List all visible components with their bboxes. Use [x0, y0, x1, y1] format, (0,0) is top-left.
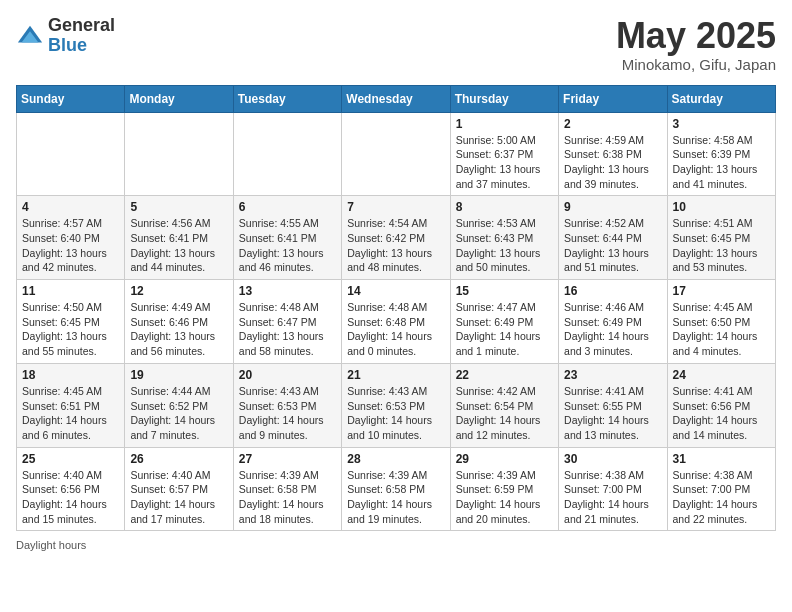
- day-number: 19: [130, 368, 227, 382]
- title-block: May 2025 Minokamo, Gifu, Japan: [616, 16, 776, 73]
- calendar-cell: 4Sunrise: 4:57 AM Sunset: 6:40 PM Daylig…: [17, 196, 125, 280]
- calendar-cell: 28Sunrise: 4:39 AM Sunset: 6:58 PM Dayli…: [342, 447, 450, 531]
- day-info: Sunrise: 4:41 AM Sunset: 6:55 PM Dayligh…: [564, 384, 661, 443]
- calendar-cell: 12Sunrise: 4:49 AM Sunset: 6:46 PM Dayli…: [125, 280, 233, 364]
- day-number: 10: [673, 200, 770, 214]
- calendar-day-header: Monday: [125, 85, 233, 112]
- day-info: Sunrise: 5:00 AM Sunset: 6:37 PM Dayligh…: [456, 133, 553, 192]
- day-number: 12: [130, 284, 227, 298]
- day-info: Sunrise: 4:45 AM Sunset: 6:50 PM Dayligh…: [673, 300, 770, 359]
- day-info: Sunrise: 4:48 AM Sunset: 6:47 PM Dayligh…: [239, 300, 336, 359]
- calendar-cell: [17, 112, 125, 196]
- day-info: Sunrise: 4:55 AM Sunset: 6:41 PM Dayligh…: [239, 216, 336, 275]
- day-info: Sunrise: 4:54 AM Sunset: 6:42 PM Dayligh…: [347, 216, 444, 275]
- day-info: Sunrise: 4:46 AM Sunset: 6:49 PM Dayligh…: [564, 300, 661, 359]
- day-number: 1: [456, 117, 553, 131]
- day-info: Sunrise: 4:59 AM Sunset: 6:38 PM Dayligh…: [564, 133, 661, 192]
- day-number: 29: [456, 452, 553, 466]
- calendar-cell: 17Sunrise: 4:45 AM Sunset: 6:50 PM Dayli…: [667, 280, 775, 364]
- calendar-cell: 9Sunrise: 4:52 AM Sunset: 6:44 PM Daylig…: [559, 196, 667, 280]
- footer: Daylight hours: [16, 539, 776, 551]
- day-info: Sunrise: 4:51 AM Sunset: 6:45 PM Dayligh…: [673, 216, 770, 275]
- day-info: Sunrise: 4:50 AM Sunset: 6:45 PM Dayligh…: [22, 300, 119, 359]
- calendar-cell: 14Sunrise: 4:48 AM Sunset: 6:48 PM Dayli…: [342, 280, 450, 364]
- calendar-cell: 21Sunrise: 4:43 AM Sunset: 6:53 PM Dayli…: [342, 363, 450, 447]
- calendar-table: SundayMondayTuesdayWednesdayThursdayFrid…: [16, 85, 776, 532]
- calendar-day-header: Friday: [559, 85, 667, 112]
- day-info: Sunrise: 4:38 AM Sunset: 7:00 PM Dayligh…: [564, 468, 661, 527]
- calendar-cell: 23Sunrise: 4:41 AM Sunset: 6:55 PM Dayli…: [559, 363, 667, 447]
- calendar-cell: 13Sunrise: 4:48 AM Sunset: 6:47 PM Dayli…: [233, 280, 341, 364]
- day-number: 21: [347, 368, 444, 382]
- day-info: Sunrise: 4:52 AM Sunset: 6:44 PM Dayligh…: [564, 216, 661, 275]
- day-number: 28: [347, 452, 444, 466]
- day-number: 14: [347, 284, 444, 298]
- day-number: 8: [456, 200, 553, 214]
- calendar-cell: 10Sunrise: 4:51 AM Sunset: 6:45 PM Dayli…: [667, 196, 775, 280]
- location-title: Minokamo, Gifu, Japan: [616, 56, 776, 73]
- day-number: 22: [456, 368, 553, 382]
- day-info: Sunrise: 4:41 AM Sunset: 6:56 PM Dayligh…: [673, 384, 770, 443]
- month-title: May 2025: [616, 16, 776, 56]
- day-number: 24: [673, 368, 770, 382]
- calendar-cell: 31Sunrise: 4:38 AM Sunset: 7:00 PM Dayli…: [667, 447, 775, 531]
- logo: General Blue: [16, 16, 115, 56]
- day-info: Sunrise: 4:40 AM Sunset: 6:56 PM Dayligh…: [22, 468, 119, 527]
- calendar-day-header: Tuesday: [233, 85, 341, 112]
- page-header: General Blue May 2025 Minokamo, Gifu, Ja…: [16, 16, 776, 73]
- calendar-cell: 1Sunrise: 5:00 AM Sunset: 6:37 PM Daylig…: [450, 112, 558, 196]
- calendar-cell: 18Sunrise: 4:45 AM Sunset: 6:51 PM Dayli…: [17, 363, 125, 447]
- day-info: Sunrise: 4:47 AM Sunset: 6:49 PM Dayligh…: [456, 300, 553, 359]
- day-number: 2: [564, 117, 661, 131]
- calendar-cell: 5Sunrise: 4:56 AM Sunset: 6:41 PM Daylig…: [125, 196, 233, 280]
- day-info: Sunrise: 4:44 AM Sunset: 6:52 PM Dayligh…: [130, 384, 227, 443]
- day-number: 4: [22, 200, 119, 214]
- logo-icon: [16, 22, 44, 50]
- day-number: 16: [564, 284, 661, 298]
- calendar-header-row: SundayMondayTuesdayWednesdayThursdayFrid…: [17, 85, 776, 112]
- day-info: Sunrise: 4:39 AM Sunset: 6:58 PM Dayligh…: [239, 468, 336, 527]
- day-info: Sunrise: 4:43 AM Sunset: 6:53 PM Dayligh…: [347, 384, 444, 443]
- day-number: 3: [673, 117, 770, 131]
- calendar-cell: 30Sunrise: 4:38 AM Sunset: 7:00 PM Dayli…: [559, 447, 667, 531]
- calendar-week-row: 18Sunrise: 4:45 AM Sunset: 6:51 PM Dayli…: [17, 363, 776, 447]
- calendar-cell: [125, 112, 233, 196]
- day-info: Sunrise: 4:48 AM Sunset: 6:48 PM Dayligh…: [347, 300, 444, 359]
- calendar-week-row: 1Sunrise: 5:00 AM Sunset: 6:37 PM Daylig…: [17, 112, 776, 196]
- day-info: Sunrise: 4:56 AM Sunset: 6:41 PM Dayligh…: [130, 216, 227, 275]
- calendar-cell: 16Sunrise: 4:46 AM Sunset: 6:49 PM Dayli…: [559, 280, 667, 364]
- calendar-cell: 26Sunrise: 4:40 AM Sunset: 6:57 PM Dayli…: [125, 447, 233, 531]
- day-info: Sunrise: 4:40 AM Sunset: 6:57 PM Dayligh…: [130, 468, 227, 527]
- calendar-week-row: 25Sunrise: 4:40 AM Sunset: 6:56 PM Dayli…: [17, 447, 776, 531]
- day-info: Sunrise: 4:58 AM Sunset: 6:39 PM Dayligh…: [673, 133, 770, 192]
- day-number: 7: [347, 200, 444, 214]
- calendar-cell: 8Sunrise: 4:53 AM Sunset: 6:43 PM Daylig…: [450, 196, 558, 280]
- calendar-day-header: Saturday: [667, 85, 775, 112]
- day-number: 26: [130, 452, 227, 466]
- logo-blue-text: Blue: [48, 36, 115, 56]
- calendar-cell: 19Sunrise: 4:44 AM Sunset: 6:52 PM Dayli…: [125, 363, 233, 447]
- day-number: 23: [564, 368, 661, 382]
- day-number: 11: [22, 284, 119, 298]
- day-info: Sunrise: 4:39 AM Sunset: 6:59 PM Dayligh…: [456, 468, 553, 527]
- calendar-cell: 25Sunrise: 4:40 AM Sunset: 6:56 PM Dayli…: [17, 447, 125, 531]
- day-number: 30: [564, 452, 661, 466]
- day-info: Sunrise: 4:43 AM Sunset: 6:53 PM Dayligh…: [239, 384, 336, 443]
- calendar-cell: [342, 112, 450, 196]
- calendar-day-header: Sunday: [17, 85, 125, 112]
- calendar-cell: 7Sunrise: 4:54 AM Sunset: 6:42 PM Daylig…: [342, 196, 450, 280]
- logo-text: General Blue: [48, 16, 115, 56]
- day-number: 9: [564, 200, 661, 214]
- day-info: Sunrise: 4:38 AM Sunset: 7:00 PM Dayligh…: [673, 468, 770, 527]
- day-number: 5: [130, 200, 227, 214]
- daylight-hours-label: Daylight hours: [16, 539, 86, 551]
- day-number: 6: [239, 200, 336, 214]
- day-number: 20: [239, 368, 336, 382]
- logo-general-text: General: [48, 16, 115, 36]
- calendar-day-header: Thursday: [450, 85, 558, 112]
- day-number: 27: [239, 452, 336, 466]
- calendar-cell: 11Sunrise: 4:50 AM Sunset: 6:45 PM Dayli…: [17, 280, 125, 364]
- calendar-cell: 15Sunrise: 4:47 AM Sunset: 6:49 PM Dayli…: [450, 280, 558, 364]
- calendar-cell: 2Sunrise: 4:59 AM Sunset: 6:38 PM Daylig…: [559, 112, 667, 196]
- calendar-cell: 22Sunrise: 4:42 AM Sunset: 6:54 PM Dayli…: [450, 363, 558, 447]
